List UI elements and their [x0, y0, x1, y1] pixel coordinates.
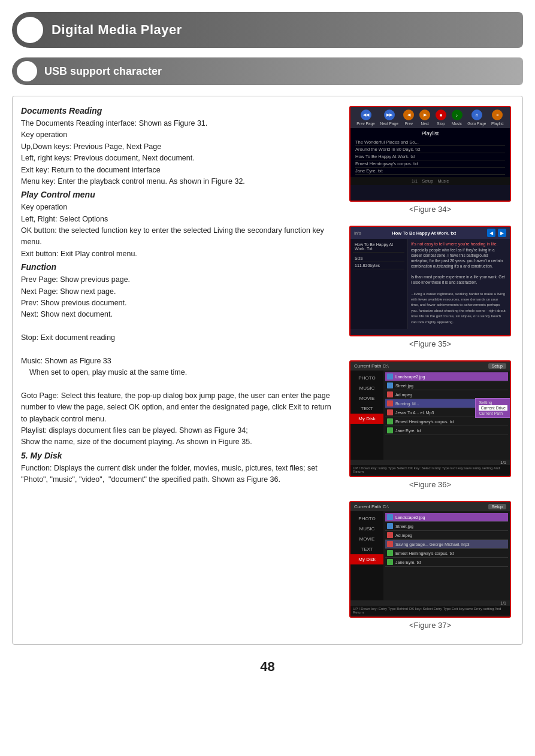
fig35-sidebar: How To Be Happy At Work. Txt Size 111.82… [350, 239, 407, 329]
fig36-body: PHOTO MUSIC MOVIE TEXT My Disk Landscape… [350, 371, 510, 460]
header-circle-icon [17, 17, 43, 43]
figure-36-label: <Figure 36> [349, 480, 511, 489]
header-bar: Digital Media Player [12, 12, 523, 48]
figure-37-container: Current Path C:\ Setup PHOTO MUSIC MOVIE… [349, 501, 511, 634]
documents-reading-heading: Documents Reading [21, 106, 337, 116]
section-function: Function Prev Page: Show previous page. … [21, 262, 337, 448]
figure-35-label: <Figure 35> [349, 339, 511, 348]
right-column: ◀◀ Prev Page ▶▶ Next Page ◀ Prev ▶ Next [346, 106, 514, 634]
function-heading: Function [21, 262, 337, 272]
fig37-header: Current Path C:\ Setup [350, 502, 510, 511]
sub-header-title: USB support character [44, 65, 162, 78]
figure-35: Info How To Be Happy At Work. txt ◀ ▶ Ho… [349, 226, 511, 336]
fig37-pagination: 1/1 [350, 600, 510, 606]
fig34-stop-btn: ■ Stop [436, 110, 446, 126]
fig37-body: PHOTO MUSIC MOVIE TEXT My Disk Landscape… [350, 511, 510, 600]
fig34-playlist-btn: ≡ Playlist [491, 110, 504, 126]
fig36-pagination: 1/1 [350, 460, 510, 465]
fig34-gotopage-btn: # Goto Page [467, 110, 486, 126]
left-column: Documents Reading The Documents Reading … [21, 106, 337, 634]
documents-reading-body: The Documents Reading interface: Shown a… [21, 118, 337, 187]
fig37-menu: PHOTO MUSIC MOVIE TEXT My Disk [350, 511, 383, 600]
figure-34: ◀◀ Prev Page ▶▶ Next Page ◀ Prev ▶ Next [349, 106, 511, 202]
fig34-next-btn: ▶ Next [419, 110, 430, 126]
fig35-header: Info How To Be Happy At Work. txt ◀ ▶ [350, 227, 510, 239]
figure-37-label: <Figure 37> [349, 621, 511, 630]
fig34-content: Playlist The Wonderful Places and So... … [350, 128, 510, 177]
figure-36: Current Path C:\ Setup PHOTO MUSIC MOVIE… [349, 360, 511, 477]
section-documents-reading: Documents Reading The Documents Reading … [21, 106, 337, 187]
figure-37: Current Path C:\ Setup PHOTO MUSIC MOVIE… [349, 501, 511, 618]
fig36-header: Current Path C:\ Setup [350, 362, 510, 371]
page-number: 48 [12, 659, 523, 675]
header-title: Digital Media Player [52, 22, 182, 38]
function-body: Prev Page: Show previous page. Next Page… [21, 274, 337, 448]
figure-35-container: Info How To Be Happy At Work. txt ◀ ▶ Ho… [349, 226, 511, 353]
section-play-control-menu: Play Control menu Key operation Left, Ri… [21, 190, 337, 260]
my-disk-body: Function: Displays the current disk unde… [21, 463, 337, 486]
fig37-footer: UP / Down key: Entry Type Behind OK key:… [350, 606, 510, 615]
fig34-prevpage-btn: ◀◀ Prev Page [356, 110, 374, 126]
play-control-menu-heading: Play Control menu [21, 190, 337, 199]
figure-34-container: ◀◀ Prev Page ▶▶ Next Page ◀ Prev ▶ Next [349, 106, 511, 218]
fig36-filelist: Landscape2.jpg Street.jpg Ad.mpeg [383, 371, 510, 460]
figure-34-label: <Figure 34> [349, 205, 511, 214]
fig35-main-text: It's not easy to tell where you're headi… [407, 239, 510, 329]
fig34-music-btn: ♪ Music [452, 110, 463, 126]
section-my-disk: 5. My Disk Function: Displays the curren… [21, 451, 337, 486]
play-control-menu-body: Key operation Left, Right: Select Option… [21, 202, 337, 260]
fig34-nextpage-btn: ▶▶ Next Page [380, 110, 398, 126]
fig35-content: How To Be Happy At Work. Txt Size 111.82… [350, 239, 510, 329]
fig34-footer: 1/1 Setup Music [350, 177, 510, 185]
fig37-filelist: Landscape2.jpg Street.jpg Ad.mpeg S [383, 511, 510, 600]
figure-36-container: Current Path C:\ Setup PHOTO MUSIC MOVIE… [349, 360, 511, 494]
fig36-menu: PHOTO MUSIC MOVIE TEXT My Disk [350, 371, 383, 460]
sub-header-circle-icon [17, 61, 37, 81]
main-content: Documents Reading The Documents Reading … [12, 96, 523, 645]
fig34-prev-btn: ◀ Prev [403, 110, 414, 126]
sub-header-bar: USB support character [12, 57, 523, 85]
my-disk-heading: 5. My Disk [21, 451, 337, 460]
fig34-toolbar: ◀◀ Prev Page ▶▶ Next Page ◀ Prev ▶ Next [350, 107, 510, 128]
fig36-dropdown: Setting Current Drive Current Path [475, 398, 511, 418]
fig36-footer: UP / Down key: Entry Type Select OK key:… [350, 465, 510, 475]
